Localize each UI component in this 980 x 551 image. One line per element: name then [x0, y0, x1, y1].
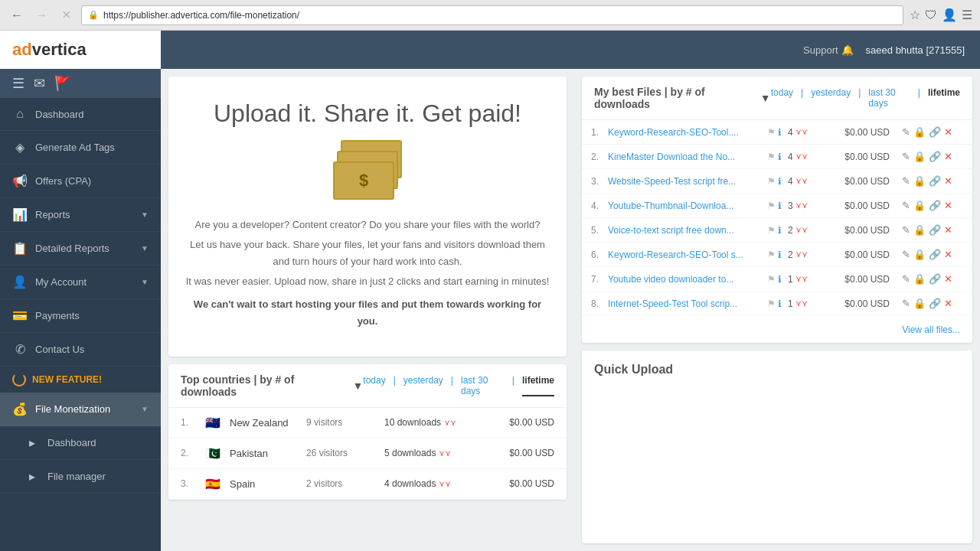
period-yesterday[interactable]: yesterday: [403, 375, 443, 396]
period-last30[interactable]: last 30 days: [461, 375, 505, 396]
file-name[interactable]: Youtube-Thumbnail-Downloa...: [608, 201, 761, 211]
file-flag-icon[interactable]: ⚑: [767, 152, 776, 162]
file-name[interactable]: Keyword-Research-SEO-Tool s...: [608, 249, 761, 260]
link-icon[interactable]: 🔗: [929, 200, 941, 211]
address-bar[interactable]: 🔒 https://publisher.advertica.com/file-m…: [81, 5, 903, 25]
file-info-icon[interactable]: ℹ: [778, 201, 782, 211]
link-icon[interactable]: 🔗: [929, 298, 941, 309]
edit-icon[interactable]: ✎: [902, 126, 910, 138]
link-icon[interactable]: 🔗: [929, 175, 941, 187]
file-info-icon[interactable]: ℹ: [778, 152, 782, 162]
link-icon[interactable]: 🔗: [929, 126, 941, 138]
file-downloads: 2 ⋎⋎: [788, 225, 822, 236]
file-name[interactable]: Internet-Speed-Test Tool scrip...: [608, 298, 761, 309]
period-lifetime[interactable]: lifetime: [522, 375, 554, 396]
file-info-icon[interactable]: ℹ: [778, 127, 782, 138]
file-flag-icon[interactable]: ⚑: [767, 127, 776, 138]
lock-icon[interactable]: 🔒: [913, 175, 926, 187]
back-button[interactable]: ←: [8, 6, 26, 24]
view-all-files[interactable]: View all files...: [582, 316, 972, 343]
bf-period-yesterday[interactable]: yesterday: [811, 87, 851, 109]
lock-icon[interactable]: 🔒: [913, 298, 926, 309]
downloads: 10 downloads ⋎⋎: [384, 417, 484, 428]
file-info-icon[interactable]: ℹ: [778, 298, 782, 309]
file-info-icon[interactable]: ℹ: [778, 249, 782, 260]
file-name[interactable]: Youtube video downloader to...: [608, 274, 761, 285]
edit-icon[interactable]: ✎: [902, 151, 910, 162]
sidebar-item-file-monetization[interactable]: 💰 File Monetization ▼: [0, 393, 161, 426]
bf-period-today[interactable]: today: [771, 87, 793, 109]
delete-icon[interactable]: ✕: [944, 298, 952, 309]
edit-icon[interactable]: ✎: [902, 224, 910, 236]
best-files-dropdown-icon[interactable]: ▼: [760, 92, 771, 104]
star-icon[interactable]: ☆: [910, 8, 920, 22]
file-flag-icon[interactable]: ⚑: [767, 225, 776, 236]
file-flag-icon[interactable]: ⚑: [767, 201, 776, 211]
earnings: $0.00 USD: [493, 417, 554, 428]
file-name[interactable]: KineMaster Download the No...: [608, 152, 761, 162]
file-info-icon[interactable]: ℹ: [778, 225, 782, 236]
countries-dropdown-icon[interactable]: ▼: [352, 380, 363, 392]
sidebar-item-my-account[interactable]: 👤 My Account ▼: [0, 266, 161, 299]
mail-icon[interactable]: ✉: [34, 75, 45, 92]
sidebar-item-detailed-reports[interactable]: 📋 Detailed Reports ▼: [0, 232, 161, 266]
link-icon[interactable]: 🔗: [929, 224, 941, 236]
link-icon[interactable]: 🔗: [929, 273, 941, 285]
delete-icon[interactable]: ✕: [944, 224, 952, 236]
table-row: 1. Keyword-Research-SEO-Tool.... ⚑ ℹ 4 ⋎…: [582, 120, 972, 145]
download-count: 2: [788, 249, 793, 260]
sidebar-item-generate-ad-tags[interactable]: ◈ Generate Ad Tags: [0, 131, 161, 165]
file-flag-icon[interactable]: ⚑: [767, 249, 776, 260]
user-display[interactable]: saeed bhutta [271555]: [866, 44, 965, 56]
file-flag-icon[interactable]: ⚑: [767, 274, 776, 285]
file-flag-icon[interactable]: ⚑: [767, 298, 776, 309]
lock-icon[interactable]: 🔒: [913, 273, 926, 285]
sidebar-item-reports[interactable]: 📊 Reports ▼: [0, 198, 161, 232]
best-files-header: My best Files | by # of downloads ▼ toda…: [582, 77, 972, 120]
file-name[interactable]: Website-Speed-Test script fre...: [608, 176, 761, 187]
delete-icon[interactable]: ✕: [944, 200, 952, 211]
link-icon[interactable]: 🔗: [929, 249, 941, 260]
flag-icon[interactable]: 🚩: [54, 75, 71, 92]
bf-period-lifetime[interactable]: lifetime: [928, 87, 960, 109]
link-icon[interactable]: 🔗: [929, 151, 941, 162]
sidebar-item-payments[interactable]: 💳 Payments: [0, 299, 161, 333]
edit-icon[interactable]: ✎: [902, 249, 910, 260]
file-name[interactable]: Voice-to-text script free down...: [608, 225, 761, 236]
reload-button[interactable]: ✕: [57, 6, 75, 24]
edit-icon[interactable]: ✎: [902, 175, 910, 187]
file-info-icon[interactable]: ℹ: [778, 274, 782, 285]
sidebar-item-offers-cpa[interactable]: 📢 Offers (CPA): [0, 165, 161, 198]
edit-icon[interactable]: ✎: [902, 273, 910, 285]
file-info-icon[interactable]: ℹ: [778, 176, 782, 187]
menu-toggle-icon[interactable]: ☰: [12, 75, 24, 92]
forward-button[interactable]: →: [32, 6, 51, 24]
lock-icon[interactable]: 🔒: [913, 151, 926, 162]
bf-period-last30[interactable]: last 30 days: [868, 87, 910, 109]
support-link[interactable]: Support 🔔: [803, 44, 854, 56]
delete-icon[interactable]: ✕: [944, 126, 952, 138]
sidebar-item-contact-us[interactable]: ✆ Contact Us: [0, 333, 161, 367]
edit-icon[interactable]: ✎: [902, 200, 910, 211]
lock-icon[interactable]: 🔒: [913, 200, 926, 211]
lock-icon[interactable]: 🔒: [913, 249, 926, 260]
flag-pk: 🇵🇰: [205, 446, 220, 461]
sidebar-item-file-manager[interactable]: ▸ File manager: [0, 460, 161, 494]
lock-icon[interactable]: 🔒: [913, 126, 926, 138]
view-all-link[interactable]: View all files...: [902, 324, 960, 335]
period-today[interactable]: today: [363, 375, 385, 396]
delete-icon[interactable]: ✕: [944, 151, 952, 162]
menu-icon[interactable]: ☰: [962, 8, 972, 22]
delete-icon[interactable]: ✕: [944, 249, 952, 260]
downloads: 4 downloads ⋎⋎: [384, 478, 484, 489]
edit-icon[interactable]: ✎: [902, 298, 910, 309]
sidebar-item-file-mon-dashboard[interactable]: ▸ Dashboard: [0, 426, 161, 460]
file-name[interactable]: Keyword-Research-SEO-Tool....: [608, 127, 761, 138]
sidebar-item-dashboard[interactable]: ⌂ Dashboard: [0, 98, 161, 131]
delete-icon[interactable]: ✕: [944, 273, 952, 285]
lock-icon[interactable]: 🔒: [913, 224, 926, 236]
delete-icon[interactable]: ✕: [944, 175, 952, 187]
right-panel: My best Files | by # of downloads ▼ toda…: [574, 69, 980, 551]
account-icon[interactable]: 👤: [942, 8, 957, 22]
file-flag-icon[interactable]: ⚑: [767, 176, 776, 187]
